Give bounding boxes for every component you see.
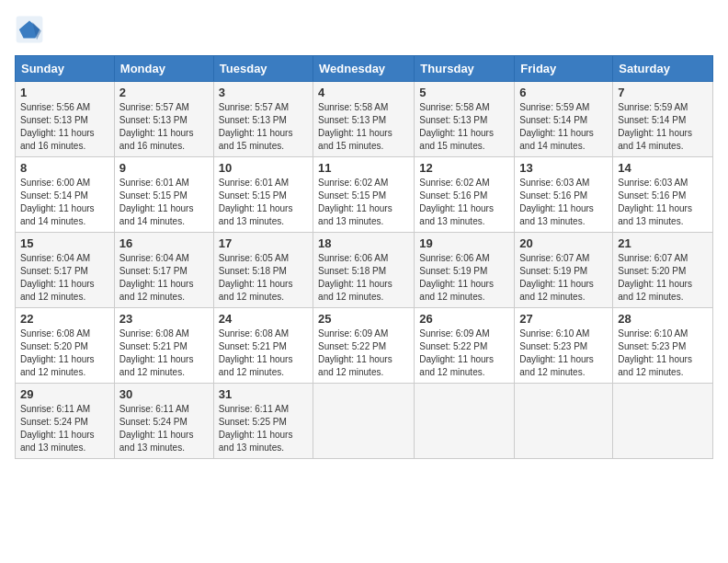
day-info: Sunrise: 6:03 AMSunset: 5:16 PMDaylight:… [618, 177, 708, 228]
day-info: Sunrise: 6:08 AMSunset: 5:20 PMDaylight:… [20, 327, 109, 379]
day-number: 5 [419, 86, 509, 99]
day-info: Sunrise: 6:01 AMSunset: 5:15 PMDaylight:… [119, 177, 209, 228]
day-number: 27 [519, 312, 608, 326]
day-number: 2 [119, 86, 209, 99]
day-info: Sunrise: 5:59 AMSunset: 5:14 PMDaylight:… [519, 101, 608, 153]
calendar-cell: 28 Sunrise: 6:10 AMSunset: 5:23 PMDaylig… [613, 308, 713, 384]
calendar-cell: 16 Sunrise: 6:04 AMSunset: 5:17 PMDaylig… [114, 233, 213, 308]
calendar-cell [515, 384, 613, 459]
day-number: 26 [419, 312, 509, 326]
column-header-saturday: Saturday [613, 56, 713, 82]
day-number: 13 [519, 161, 608, 175]
calendar-cell: 13 Sunrise: 6:03 AMSunset: 5:16 PMDaylig… [515, 157, 613, 233]
calendar-header-row: SundayMondayTuesdayWednesdayThursdayFrid… [16, 56, 713, 82]
day-info: Sunrise: 6:10 AMSunset: 5:23 PMDaylight:… [618, 327, 708, 379]
day-number: 24 [219, 312, 308, 326]
calendar-cell: 3 Sunrise: 5:57 AMSunset: 5:13 PMDayligh… [213, 82, 313, 157]
calendar-cell: 27 Sunrise: 6:10 AMSunset: 5:23 PMDaylig… [515, 308, 613, 384]
calendar-week-3: 15 Sunrise: 6:04 AMSunset: 5:17 PMDaylig… [16, 233, 713, 308]
calendar-cell: 1 Sunrise: 5:56 AMSunset: 5:13 PMDayligh… [16, 82, 115, 157]
calendar-cell: 7 Sunrise: 5:59 AMSunset: 5:14 PMDayligh… [613, 82, 713, 157]
day-number: 19 [419, 236, 509, 250]
page-header [15, 15, 713, 44]
calendar-cell: 21 Sunrise: 6:07 AMSunset: 5:20 PMDaylig… [613, 233, 713, 308]
day-number: 25 [318, 312, 409, 326]
column-header-sunday: Sunday [16, 56, 115, 82]
calendar-week-5: 29 Sunrise: 6:11 AMSunset: 5:24 PMDaylig… [16, 384, 713, 459]
day-info: Sunrise: 6:11 AMSunset: 5:24 PMDaylight:… [119, 403, 209, 454]
day-info: Sunrise: 6:07 AMSunset: 5:19 PMDaylight:… [519, 252, 608, 304]
calendar-cell: 6 Sunrise: 5:59 AMSunset: 5:14 PMDayligh… [515, 82, 613, 157]
day-number: 29 [20, 387, 109, 401]
day-number: 16 [119, 236, 209, 250]
calendar-cell: 14 Sunrise: 6:03 AMSunset: 5:16 PMDaylig… [613, 157, 713, 233]
calendar-cell: 23 Sunrise: 6:08 AMSunset: 5:21 PMDaylig… [114, 308, 213, 384]
calendar-cell: 5 Sunrise: 5:58 AMSunset: 5:13 PMDayligh… [415, 82, 515, 157]
calendar-cell: 12 Sunrise: 6:02 AMSunset: 5:16 PMDaylig… [415, 157, 515, 233]
calendar-cell: 4 Sunrise: 5:58 AMSunset: 5:13 PMDayligh… [313, 82, 415, 157]
calendar-cell: 9 Sunrise: 6:01 AMSunset: 5:15 PMDayligh… [114, 157, 213, 233]
column-header-friday: Friday [515, 56, 613, 82]
calendar-cell [415, 384, 515, 459]
day-number: 30 [119, 387, 209, 401]
day-number: 17 [219, 236, 308, 250]
logo [15, 15, 48, 44]
calendar-cell: 26 Sunrise: 6:09 AMSunset: 5:22 PMDaylig… [415, 308, 515, 384]
day-info: Sunrise: 6:09 AMSunset: 5:22 PMDaylight:… [419, 327, 509, 379]
calendar-week-2: 8 Sunrise: 6:00 AMSunset: 5:14 PMDayligh… [16, 157, 713, 233]
day-info: Sunrise: 6:05 AMSunset: 5:18 PMDaylight:… [219, 252, 308, 304]
day-info: Sunrise: 6:03 AMSunset: 5:16 PMDaylight:… [519, 177, 608, 228]
calendar-cell: 11 Sunrise: 6:02 AMSunset: 5:15 PMDaylig… [313, 157, 415, 233]
day-info: Sunrise: 6:11 AMSunset: 5:24 PMDaylight:… [20, 403, 109, 454]
calendar-cell: 25 Sunrise: 6:09 AMSunset: 5:22 PMDaylig… [313, 308, 415, 384]
day-info: Sunrise: 6:10 AMSunset: 5:23 PMDaylight:… [519, 327, 608, 379]
day-number: 22 [20, 312, 109, 326]
day-number: 1 [20, 86, 109, 99]
day-info: Sunrise: 5:56 AMSunset: 5:13 PMDaylight:… [20, 101, 109, 153]
day-number: 31 [219, 387, 308, 401]
calendar-cell: 22 Sunrise: 6:08 AMSunset: 5:20 PMDaylig… [16, 308, 115, 384]
column-header-monday: Monday [114, 56, 213, 82]
day-info: Sunrise: 5:59 AMSunset: 5:14 PMDaylight:… [618, 101, 708, 153]
day-info: Sunrise: 6:04 AMSunset: 5:17 PMDaylight:… [119, 252, 209, 304]
day-info: Sunrise: 5:57 AMSunset: 5:13 PMDaylight:… [119, 101, 209, 153]
day-info: Sunrise: 6:04 AMSunset: 5:17 PMDaylight:… [20, 252, 109, 304]
day-number: 14 [618, 161, 708, 175]
calendar-table: SundayMondayTuesdayWednesdayThursdayFrid… [15, 55, 713, 459]
day-number: 21 [618, 236, 708, 250]
day-info: Sunrise: 5:58 AMSunset: 5:13 PMDaylight:… [419, 101, 509, 153]
day-number: 11 [318, 161, 409, 175]
day-number: 7 [618, 86, 708, 99]
day-info: Sunrise: 6:11 AMSunset: 5:25 PMDaylight:… [219, 403, 308, 454]
day-number: 28 [618, 312, 708, 326]
day-number: 9 [119, 161, 209, 175]
day-info: Sunrise: 6:06 AMSunset: 5:18 PMDaylight:… [318, 252, 409, 304]
calendar-cell: 20 Sunrise: 6:07 AMSunset: 5:19 PMDaylig… [515, 233, 613, 308]
day-number: 6 [519, 86, 608, 99]
calendar-cell [313, 384, 415, 459]
day-number: 10 [219, 161, 308, 175]
column-header-thursday: Thursday [415, 56, 515, 82]
logo-icon [15, 15, 44, 44]
day-info: Sunrise: 6:08 AMSunset: 5:21 PMDaylight:… [219, 327, 308, 379]
day-info: Sunrise: 6:08 AMSunset: 5:21 PMDaylight:… [119, 327, 209, 379]
day-number: 20 [519, 236, 608, 250]
day-info: Sunrise: 5:57 AMSunset: 5:13 PMDaylight:… [219, 101, 308, 153]
day-info: Sunrise: 6:06 AMSunset: 5:19 PMDaylight:… [419, 252, 509, 304]
day-number: 12 [419, 161, 509, 175]
calendar-cell: 30 Sunrise: 6:11 AMSunset: 5:24 PMDaylig… [114, 384, 213, 459]
calendar-cell: 15 Sunrise: 6:04 AMSunset: 5:17 PMDaylig… [16, 233, 115, 308]
column-header-wednesday: Wednesday [313, 56, 415, 82]
calendar-cell: 17 Sunrise: 6:05 AMSunset: 5:18 PMDaylig… [213, 233, 313, 308]
day-number: 15 [20, 236, 109, 250]
day-info: Sunrise: 6:02 AMSunset: 5:15 PMDaylight:… [318, 177, 409, 228]
calendar-cell: 19 Sunrise: 6:06 AMSunset: 5:19 PMDaylig… [415, 233, 515, 308]
day-number: 23 [119, 312, 209, 326]
day-number: 8 [20, 161, 109, 175]
day-number: 4 [318, 86, 409, 99]
calendar-cell: 24 Sunrise: 6:08 AMSunset: 5:21 PMDaylig… [213, 308, 313, 384]
day-info: Sunrise: 6:00 AMSunset: 5:14 PMDaylight:… [20, 177, 109, 228]
calendar-cell [613, 384, 713, 459]
calendar-cell: 8 Sunrise: 6:00 AMSunset: 5:14 PMDayligh… [16, 157, 115, 233]
day-info: Sunrise: 5:58 AMSunset: 5:13 PMDaylight:… [318, 101, 409, 153]
